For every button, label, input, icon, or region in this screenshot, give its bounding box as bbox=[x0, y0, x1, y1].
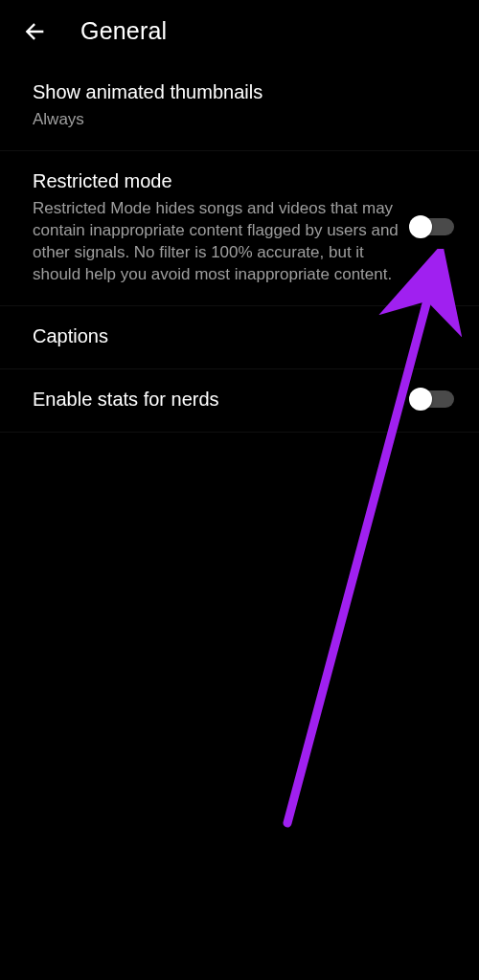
header: General bbox=[0, 0, 479, 62]
setting-animated-thumbnails[interactable]: Show animated thumbnails Always bbox=[0, 62, 479, 151]
setting-title: Restricted mode bbox=[33, 168, 399, 194]
setting-text: Captions bbox=[33, 323, 454, 349]
toggle-knob bbox=[409, 388, 432, 411]
setting-restricted-mode[interactable]: Restricted mode Restricted Mode hides so… bbox=[0, 151, 479, 306]
stats-toggle[interactable] bbox=[412, 390, 454, 408]
setting-text: Enable stats for nerds bbox=[33, 387, 412, 412]
setting-text: Restricted mode Restricted Mode hides so… bbox=[33, 168, 412, 286]
setting-title: Show animated thumbnails bbox=[33, 79, 441, 105]
setting-description: Restricted Mode hides songs and videos t… bbox=[33, 198, 399, 286]
page-title: General bbox=[80, 17, 167, 45]
setting-title: Captions bbox=[33, 323, 441, 349]
restricted-mode-toggle[interactable] bbox=[412, 218, 454, 235]
settings-list: Show animated thumbnails Always Restrict… bbox=[0, 62, 479, 433]
setting-value: Always bbox=[33, 109, 441, 131]
setting-title: Enable stats for nerds bbox=[33, 387, 399, 412]
back-icon[interactable] bbox=[21, 18, 48, 45]
toggle-knob bbox=[409, 215, 432, 238]
setting-stats-for-nerds[interactable]: Enable stats for nerds bbox=[0, 369, 479, 433]
setting-captions[interactable]: Captions bbox=[0, 306, 479, 369]
setting-text: Show animated thumbnails Always bbox=[33, 79, 454, 131]
